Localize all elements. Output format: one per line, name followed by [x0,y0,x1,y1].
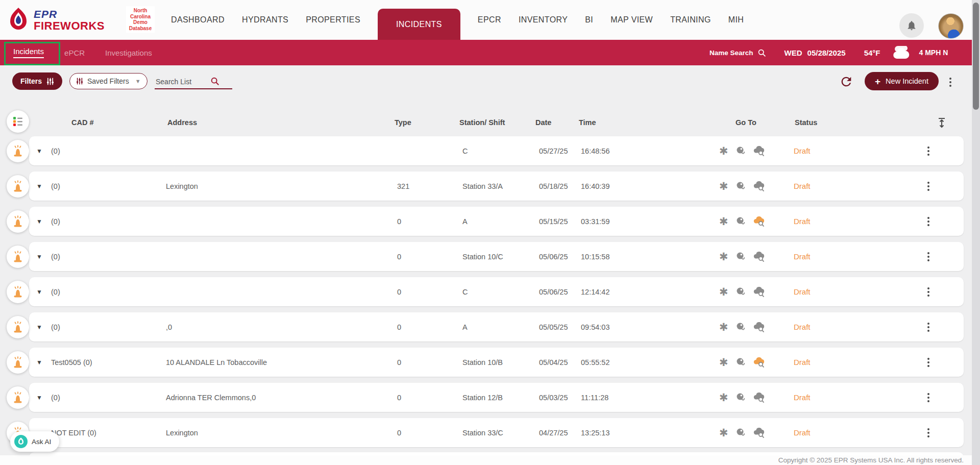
incident-asterisk-icon[interactable]: ✱ [719,357,728,368]
name-search-button[interactable]: Name Search [709,48,766,57]
epr-fireworks-logo[interactable]: EPR FIREWORKS [7,7,105,33]
logo-fireworks-text: FIREWORKS [34,20,105,32]
date-cell: 05/03/25 [539,383,568,412]
row-options-menu[interactable] [925,348,932,377]
subtab-epcr[interactable]: ePCR [64,48,85,57]
cloud-search-icon[interactable] [753,146,765,156]
row-options-menu[interactable] [925,312,932,341]
time-cell: 12:14:42 [581,277,609,306]
nav-item-properties[interactable]: PROPERTIES [306,15,360,25]
row-options-menu[interactable] [925,136,932,165]
dispatch-call-icon[interactable] [736,287,746,297]
expand-row-chevron-icon[interactable]: ▼ [36,136,42,165]
scrollbar[interactable] [972,0,980,465]
station-shift-cell: A [462,312,468,341]
column-header-time[interactable]: Time [579,118,596,127]
refresh-button[interactable] [839,75,853,89]
goto-cell: ✱ [719,136,765,165]
list-options-menu[interactable] [947,76,953,89]
column-header-status[interactable]: Status [795,118,817,127]
dispatch-call-icon[interactable] [736,357,746,368]
row-options-menu[interactable] [925,242,932,271]
table-row[interactable]: ▼ (0) Lexington 321 Station 33/A 05/18/2… [29,172,964,201]
cloud-search-icon[interactable] [753,322,765,332]
row-options-menu[interactable] [925,172,932,201]
expand-row-chevron-icon[interactable]: ▼ [36,242,42,271]
nav-item-hydrants[interactable]: HYDRANTS [242,15,288,25]
table-row[interactable]: ▼ (0) 0 A 05/15/25 03:31:59 ✱ [29,207,964,236]
status-badge: Draft [794,242,811,271]
address-cell: Lexington [166,172,198,201]
nav-item-inventory[interactable]: INVENTORY [519,15,568,25]
column-header-go-to[interactable]: Go To [736,118,756,127]
incident-asterisk-icon[interactable]: ✱ [719,286,728,297]
column-header-address[interactable]: Address [167,118,197,127]
date-label: 05/28/2025 [807,48,846,57]
nav-item-map-view[interactable]: MAP VIEW [610,15,653,25]
cloud-search-icon[interactable] [753,428,765,438]
new-incident-button[interactable]: + New Incident [865,72,939,90]
table-row[interactable]: ▼ NOT EDIT (0) Lexington 0 Station 33/C … [29,418,964,447]
table-row[interactable]: ▼ (0) 0 C 05/06/25 12:14:42 ✱ [29,277,964,306]
search-icon[interactable] [210,77,219,86]
incident-asterisk-icon[interactable]: ✱ [719,181,728,191]
dispatch-call-icon[interactable] [736,181,746,191]
notifications-button[interactable] [899,13,924,38]
row-options-menu[interactable] [925,383,932,412]
expand-row-chevron-icon[interactable]: ▼ [36,312,42,341]
sliders-icon [46,78,54,85]
search-list-input[interactable] [155,75,232,89]
row-options-menu[interactable] [925,207,932,236]
table-row[interactable]: ▼ (0) ,0 0 A 05/05/25 09:54:03 ✱ [29,312,964,341]
table-row[interactable]: ▼ (0) C 05/27/25 16:48:56 ✱ [29,136,964,165]
incident-asterisk-icon[interactable]: ✱ [719,392,728,403]
filters-button[interactable]: Filters [12,72,62,90]
nav-item-epcr[interactable]: EPCR [478,15,501,25]
cloud-search-icon[interactable] [753,181,765,191]
cloud-search-icon[interactable] [753,216,765,227]
table-row[interactable]: ▼ (0) 0 Station 10/C 05/06/25 10:15:58 ✱ [29,242,964,271]
expand-row-chevron-icon[interactable]: ▼ [36,348,42,377]
dispatch-call-icon[interactable] [736,216,746,227]
dispatch-call-icon[interactable] [736,252,746,262]
dispatch-call-icon[interactable] [736,322,746,332]
expand-row-chevron-icon[interactable]: ▼ [36,277,42,306]
row-height-icon[interactable] [937,117,946,129]
nav-item-incidents[interactable]: INCIDENTS [378,9,460,40]
nav-item-dashboard[interactable]: DASHBOARD [171,15,225,25]
saved-filters-dropdown[interactable]: Saved Filters ▼ [69,73,148,89]
user-avatar[interactable] [938,13,964,39]
table-row[interactable]: ▼ Test0505 (0) 10 ALANDALE Ln Tobaccovil… [29,348,964,377]
column-header-station-shift[interactable]: Station/ Shift [459,118,505,127]
expand-row-chevron-icon[interactable]: ▼ [36,172,42,201]
cloud-search-icon[interactable] [753,252,765,262]
incident-siren-badge [7,210,29,233]
incident-asterisk-icon[interactable]: ✱ [719,145,728,156]
expand-row-chevron-icon[interactable]: ▼ [36,207,42,236]
column-header-cad-[interactable]: CAD # [71,118,94,127]
address-cell: 10 ALANDALE Ln Tobaccoville [166,348,267,377]
column-header-type[interactable]: Type [395,118,411,127]
nav-item-bi[interactable]: BI [585,15,593,25]
dispatch-call-icon[interactable] [736,146,746,156]
incident-asterisk-icon[interactable]: ✱ [719,251,728,262]
dispatch-call-icon[interactable] [736,428,746,438]
column-header-date[interactable]: Date [535,118,551,127]
nav-item-mih[interactable]: MIH [728,15,744,25]
siren-icon [11,250,24,263]
subtab-investigations[interactable]: Investigations [105,48,152,57]
cloud-search-icon[interactable] [753,287,765,297]
cloud-search-icon[interactable] [753,393,765,403]
ask-ai-button[interactable]: Ask AI [10,431,59,452]
row-options-menu[interactable] [925,418,932,447]
nav-item-training[interactable]: TRAINING [670,15,711,25]
scrollbar-thumb[interactable] [973,3,979,110]
table-row[interactable]: ▼ (0) Adrionna TER Clemmons,0 0 Station … [29,383,964,412]
incident-asterisk-icon[interactable]: ✱ [719,322,728,332]
dispatch-call-icon[interactable] [736,393,746,403]
expand-row-chevron-icon[interactable]: ▼ [36,383,42,412]
incident-asterisk-icon[interactable]: ✱ [719,216,728,227]
row-options-menu[interactable] [925,277,932,306]
cloud-search-icon[interactable] [753,357,765,368]
incident-asterisk-icon[interactable]: ✱ [719,427,728,438]
